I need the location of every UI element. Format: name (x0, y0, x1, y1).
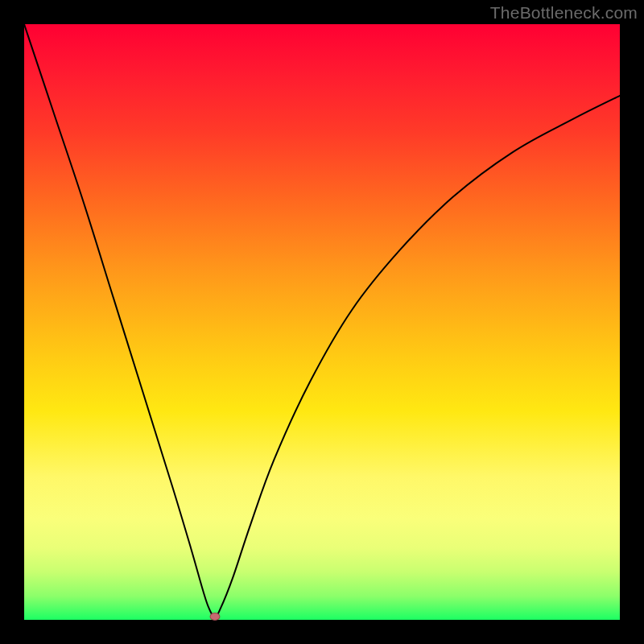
chart-frame: TheBottleneck.com (0, 0, 644, 644)
plot-area (24, 24, 620, 620)
watermark-text: TheBottleneck.com (490, 3, 638, 23)
minimum-marker (209, 613, 220, 621)
bottleneck-curve (24, 24, 620, 620)
